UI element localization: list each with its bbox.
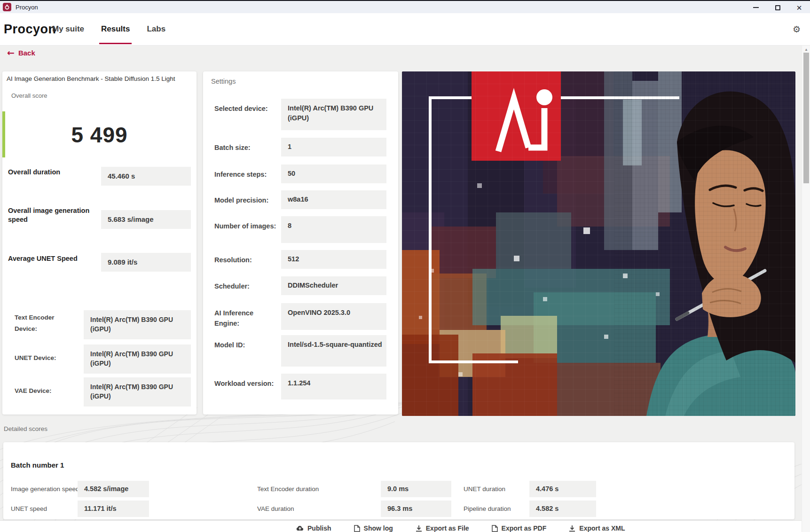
setting-label: Scheduler: xyxy=(214,281,277,291)
maximize-icon xyxy=(775,5,780,10)
batch-metric-value: 9.0 ms xyxy=(381,481,451,497)
benchmark-hero-image xyxy=(402,71,795,416)
device-value: Intel(R) Arc(TM) B390 GPU (iGPU) xyxy=(84,310,191,339)
brand-wordmark: Procyon xyxy=(4,22,50,37)
show-log-button[interactable]: Show log xyxy=(354,524,393,532)
show-log-label: Show log xyxy=(364,524,393,532)
cloud-upload-icon xyxy=(296,525,304,532)
footer-action-bar: Publish Show log Export as File xyxy=(0,520,810,532)
minimize-icon xyxy=(753,7,759,8)
tab-results[interactable]: Results xyxy=(99,13,132,45)
setting-value: 50 xyxy=(281,164,386,183)
setting-value: 8 xyxy=(281,216,386,243)
active-tab-underline xyxy=(99,43,132,44)
setting-label: Model precision: xyxy=(214,195,277,205)
detailed-scores-heading: Detailed scores xyxy=(4,425,47,432)
batch-metric-value: 96.3 ms xyxy=(381,501,451,517)
scrollbar-thumb[interactable] xyxy=(803,53,809,183)
overall-score-value: 5 499 xyxy=(2,122,197,148)
batch-metric-label: Text Encoder duration xyxy=(257,481,319,497)
overall-score-card: AI Image Generation Benchmark - Stable D… xyxy=(2,71,197,415)
nav-tabs: My suite Results Labs xyxy=(50,13,167,45)
back-label: Back xyxy=(18,49,35,57)
main-nav: Procyon My suite Results Labs ⚙ xyxy=(0,13,810,46)
scroll-up-arrow-icon[interactable]: ▲ xyxy=(802,47,810,52)
setting-label: Selected device: xyxy=(214,103,277,114)
batch-metric-label: VAE duration xyxy=(257,501,294,517)
batch-metric-label: Image generation speed xyxy=(11,481,79,497)
export-xml-button[interactable]: Export as XML xyxy=(569,524,625,532)
setting-label: Inference steps: xyxy=(214,169,277,180)
setting-value: OpenVINO 2025.3.0 xyxy=(281,303,386,330)
maximize-button[interactable] xyxy=(767,1,788,14)
tab-my-suite[interactable]: My suite xyxy=(50,13,86,45)
setting-value: 1 xyxy=(281,138,386,156)
titlebar: Procyon ✕ xyxy=(0,0,810,13)
vertical-scrollbar[interactable]: ▲ xyxy=(802,46,810,532)
metric-value: 9.089 it/s xyxy=(101,253,191,272)
setting-label: Resolution: xyxy=(214,255,277,265)
batch-title: Batch number 1 xyxy=(11,461,64,469)
download-icon xyxy=(416,525,422,532)
tab-labs[interactable]: Labs xyxy=(145,13,167,45)
device-label: UNET Device: xyxy=(15,352,77,364)
setting-value: DDIMScheduler xyxy=(281,276,386,295)
setting-value: Intel/sd-1.5-square-quantized xyxy=(281,335,386,367)
file-icon xyxy=(492,525,498,532)
back-button[interactable]: ← Back xyxy=(7,48,35,57)
export-file-button[interactable]: Export as File xyxy=(416,524,469,532)
metric-label: Overall duration xyxy=(8,168,92,177)
batch-metric-value: 4.582 s xyxy=(529,501,596,517)
setting-label: Workload version: xyxy=(214,378,277,389)
setting-label: AI Inference Engine: xyxy=(214,308,277,329)
metric-value: 5.683 s/image xyxy=(101,210,191,229)
publish-label: Publish xyxy=(307,524,331,532)
setting-value: 512 xyxy=(281,250,386,269)
setting-label: Batch size: xyxy=(214,142,277,153)
document-icon xyxy=(354,525,360,532)
overall-score-label: Overall score xyxy=(11,92,47,99)
download-icon xyxy=(569,525,575,532)
setting-value: 1.1.254 xyxy=(281,374,386,399)
window-title: Procyon xyxy=(16,4,38,11)
back-arrow-icon: ← xyxy=(7,48,15,57)
device-value: Intel(R) Arc(TM) B390 GPU (iGPU) xyxy=(84,377,191,407)
batch-metric-value: 4.582 s/image xyxy=(78,481,149,497)
benchmark-title: AI Image Generation Benchmark - Stable D… xyxy=(7,75,194,82)
procyon-window: Procyon ✕ Procyon My suite Results Labs … xyxy=(0,0,810,532)
tab-results-label: Results xyxy=(101,24,130,34)
metric-value: 45.460 s xyxy=(101,167,191,186)
setting-label: Number of images: xyxy=(214,221,277,231)
export-pdf-button[interactable]: Export as PDF xyxy=(492,524,547,532)
export-xml-label: Export as XML xyxy=(579,524,625,532)
publish-button[interactable]: Publish xyxy=(296,524,331,532)
metric-label: Overall image generation speed xyxy=(8,206,92,224)
batch-metric-label: UNET speed xyxy=(11,501,47,517)
settings-title: Settings xyxy=(211,78,236,85)
tab-labs-label: Labs xyxy=(147,24,165,34)
settings-gear-icon[interactable]: ⚙ xyxy=(793,24,801,34)
device-value: Intel(R) Arc(TM) B390 GPU (iGPU) xyxy=(84,344,191,374)
batch-metric-value: 11.171 it/s xyxy=(78,501,149,517)
setting-value: Intel(R) Arc(TM) B390 GPU (iGPU) xyxy=(281,99,386,130)
procyon-logo-icon xyxy=(3,3,11,11)
batch-scores-card: Batch number 1 Image generation speed 4.… xyxy=(3,442,794,519)
tab-my-suite-label: My suite xyxy=(52,24,84,34)
device-label: Text Encoder Device: xyxy=(15,312,77,334)
batch-metric-label: Pipeline duration xyxy=(464,501,511,517)
window-controls: ✕ xyxy=(745,1,810,14)
export-file-label: Export as File xyxy=(426,524,469,532)
close-icon: ✕ xyxy=(796,4,802,11)
hero-fine-mosaic-overlay xyxy=(614,71,795,416)
metric-label: Average UNET Speed xyxy=(8,254,92,263)
batch-metric-label: UNET duration xyxy=(464,481,505,497)
device-label: VAE Device: xyxy=(15,385,77,397)
setting-label: Model ID: xyxy=(214,340,277,350)
batch-metric-value: 4.476 s xyxy=(529,481,596,497)
minimize-button[interactable] xyxy=(745,1,767,14)
settings-card: Settings Selected device: Intel(R) Arc(T… xyxy=(203,71,398,415)
setting-value: w8a16 xyxy=(281,190,386,209)
export-pdf-label: Export as PDF xyxy=(502,524,547,532)
close-button[interactable]: ✕ xyxy=(788,1,810,14)
